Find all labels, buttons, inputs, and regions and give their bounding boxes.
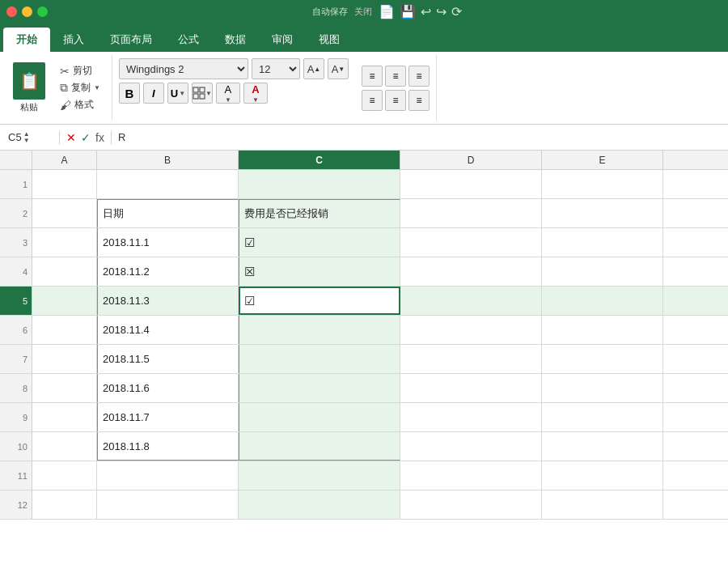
align-middle-button[interactable]: ≡ xyxy=(385,66,406,87)
cell-C1[interactable] xyxy=(239,170,400,198)
save-icon[interactable]: 💾 xyxy=(400,4,416,19)
cell-D12[interactable] xyxy=(400,490,542,519)
align-top-button[interactable]: ≡ xyxy=(362,66,383,87)
cell-C12[interactable] xyxy=(239,490,400,519)
cell-E5[interactable] xyxy=(542,287,663,315)
cell-B7[interactable]: 2018.11.5 xyxy=(97,345,239,373)
font-color-button[interactable]: A ▼ xyxy=(243,83,268,104)
cell-C4[interactable]: ☒ xyxy=(239,257,400,286)
increase-font-button[interactable]: A▲ xyxy=(303,58,324,79)
align-right-button[interactable]: ≡ xyxy=(408,90,430,111)
cell-B11[interactable] xyxy=(97,461,239,490)
cell-B2[interactable]: 日期 xyxy=(97,199,239,227)
bold-button[interactable]: B xyxy=(119,83,140,104)
font-size-select[interactable]: 12 xyxy=(252,58,300,79)
cut-button[interactable]: ✂ 剪切 xyxy=(58,63,102,79)
cell-E11[interactable] xyxy=(542,461,663,490)
underline-button[interactable]: U ▼ xyxy=(167,83,188,104)
col-header-C[interactable]: C xyxy=(239,151,400,169)
cell-A11[interactable] xyxy=(32,461,97,490)
cell-D1[interactable] xyxy=(400,170,542,198)
cell-A3[interactable] xyxy=(32,228,97,257)
italic-button[interactable]: I xyxy=(143,83,164,104)
paste-button[interactable]: 📋 粘贴 xyxy=(6,59,52,117)
col-header-A[interactable]: A xyxy=(32,151,97,169)
formula-input[interactable] xyxy=(112,131,725,143)
cell-D4[interactable] xyxy=(400,257,542,286)
cell-E2[interactable] xyxy=(542,199,663,227)
cell-E12[interactable] xyxy=(542,490,663,519)
cell-D3[interactable] xyxy=(400,228,542,257)
cell-B12[interactable] xyxy=(97,490,239,519)
cell-E9[interactable] xyxy=(542,403,663,431)
minimize-button[interactable] xyxy=(22,6,32,17)
close-button[interactable] xyxy=(6,6,17,17)
cell-C2[interactable]: 费用是否已经报销 xyxy=(239,199,400,227)
cell-D7[interactable] xyxy=(400,345,542,373)
cell-D6[interactable] xyxy=(400,316,542,344)
cell-B5[interactable]: 2018.11.3 xyxy=(97,287,239,315)
cell-A2[interactable] xyxy=(32,199,97,227)
font-name-select[interactable]: Wingdings 2 xyxy=(119,58,248,79)
borders-button[interactable]: ▼ xyxy=(192,83,213,104)
col-header-B[interactable]: B xyxy=(97,151,239,169)
cell-C10[interactable] xyxy=(239,432,400,461)
undo-icon[interactable]: ↩ xyxy=(421,4,431,19)
cell-D10[interactable] xyxy=(400,432,542,461)
cell-B9[interactable]: 2018.11.7 xyxy=(97,403,239,431)
tab-insert[interactable]: 插入 xyxy=(50,28,97,52)
tab-home[interactable]: 开始 xyxy=(3,28,50,52)
col-header-E[interactable]: E xyxy=(542,151,663,169)
tab-review[interactable]: 审阅 xyxy=(259,28,306,52)
cancel-formula-button[interactable]: ✕ xyxy=(66,131,76,144)
col-header-D[interactable]: D xyxy=(400,151,542,169)
cell-E6[interactable] xyxy=(542,316,663,344)
cell-A9[interactable] xyxy=(32,403,97,431)
new-icon[interactable]: 📄 xyxy=(379,4,395,19)
tab-data[interactable]: 数据 xyxy=(212,28,259,52)
cell-E7[interactable] xyxy=(542,345,663,373)
cell-A12[interactable] xyxy=(32,490,97,519)
cell-C11[interactable] xyxy=(239,461,400,490)
cell-C3[interactable]: ☑ xyxy=(239,228,400,257)
confirm-formula-button[interactable]: ✓ xyxy=(81,131,91,144)
cell-C5[interactable]: ☑ xyxy=(239,287,400,315)
cell-B4[interactable]: 2018.11.2 xyxy=(97,257,239,286)
cell-C6[interactable] xyxy=(239,316,400,344)
format-button[interactable]: 🖌 格式 xyxy=(58,97,102,113)
cell-E1[interactable] xyxy=(542,170,663,198)
align-center-button[interactable]: ≡ xyxy=(385,90,406,111)
copy-dropdown-icon[interactable]: ▼ xyxy=(94,84,100,91)
cell-B8[interactable]: 2018.11.6 xyxy=(97,374,239,402)
cell-C7[interactable] xyxy=(239,345,400,373)
copy-button[interactable]: ⧉ 复制 ▼ xyxy=(58,80,102,96)
refresh-icon[interactable]: ⟳ xyxy=(451,4,462,19)
cell-D8[interactable] xyxy=(400,374,542,402)
cell-B10[interactable]: 2018.11.8 xyxy=(97,432,239,461)
cell-D11[interactable] xyxy=(400,461,542,490)
cell-A8[interactable] xyxy=(32,374,97,402)
redo-icon[interactable]: ↪ xyxy=(436,4,447,19)
cell-B1[interactable] xyxy=(97,170,239,198)
cell-C9[interactable] xyxy=(239,403,400,431)
cell-ref-nav[interactable]: ▲ ▼ xyxy=(23,131,30,144)
align-left-button[interactable]: ≡ xyxy=(362,90,383,111)
cell-E8[interactable] xyxy=(542,374,663,402)
autosave-toggle[interactable]: 关闭 xyxy=(354,6,372,18)
tab-view[interactable]: 视图 xyxy=(306,28,353,52)
cell-D9[interactable] xyxy=(400,403,542,431)
cell-B6[interactable]: 2018.11.4 xyxy=(97,316,239,344)
cell-A10[interactable] xyxy=(32,432,97,461)
tab-pagelayout[interactable]: 页面布局 xyxy=(97,28,165,52)
cell-C8[interactable] xyxy=(239,374,400,402)
cell-E3[interactable] xyxy=(542,228,663,257)
decrease-font-button[interactable]: A▼ xyxy=(328,58,349,79)
cell-D5[interactable] xyxy=(400,287,542,315)
cell-E10[interactable] xyxy=(542,432,663,461)
cell-B3[interactable]: 2018.11.1 xyxy=(97,228,239,257)
fill-color-button[interactable]: A ▼ xyxy=(216,83,240,104)
tab-formulas[interactable]: 公式 xyxy=(165,28,212,52)
insert-function-button[interactable]: fx xyxy=(95,131,104,144)
cell-A1[interactable] xyxy=(32,170,97,198)
nav-down-arrow[interactable]: ▼ xyxy=(23,138,30,144)
